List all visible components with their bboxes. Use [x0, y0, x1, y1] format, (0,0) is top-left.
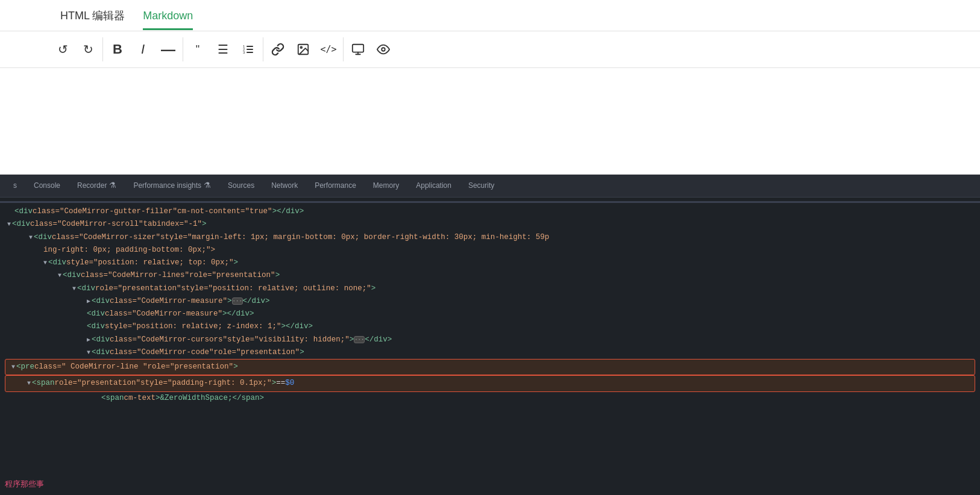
- editor-content[interactable]: [0, 68, 980, 164]
- devtools-tab-performance-insights[interactable]: Performance insights ⚗: [125, 175, 219, 197]
- devtools-tab-application[interactable]: Application: [407, 175, 460, 197]
- image-button[interactable]: [295, 41, 312, 58]
- code-line-1: <div class="CodeMirror-gutter-filler" cm…: [0, 205, 980, 218]
- code-line-12: ▼ <div class="CodeMirror-code" role="pre…: [0, 346, 980, 359]
- devtools-tab-console[interactable]: Console: [25, 175, 69, 197]
- devtools-tab-sources[interactable]: Sources: [219, 175, 263, 197]
- svg-rect-2: [247, 52, 253, 53]
- expand-triangle-5[interactable]: ▼: [43, 258, 47, 268]
- redo-button[interactable]: ↻: [80, 41, 96, 58]
- editor-toolbar: ↺ ↻ B I — " ☰ 1 2 3: [0, 31, 980, 68]
- svg-rect-0: [247, 46, 253, 47]
- devtools-panel: s Console Recorder ⚗ Performance insight…: [0, 175, 980, 495]
- code-line-7: ▼ <div role="presentation" style="positi…: [0, 282, 980, 295]
- code-line-2: ▼ <div class="CodeMirror-scroll" tabinde…: [0, 218, 980, 231]
- bold-button[interactable]: B: [109, 41, 126, 58]
- svg-rect-1: [247, 49, 253, 50]
- devtools-tab-security[interactable]: Security: [460, 175, 503, 197]
- code-line-3: ▼ <div class="CodeMirror-sizer" style="m…: [0, 231, 980, 244]
- svg-point-7: [300, 46, 302, 48]
- devtools-tab-network[interactable]: Network: [263, 175, 306, 197]
- expand-triangle-7[interactable]: ▼: [72, 284, 76, 294]
- devtools-tab-performance[interactable]: Performance: [306, 175, 365, 197]
- toolbar-group-history: ↺ ↻: [48, 37, 103, 61]
- expand-triangle-8[interactable]: ▶: [87, 296, 90, 307]
- strikethrough-button[interactable]: —: [160, 41, 177, 58]
- expand-triangle-3[interactable]: ▼: [29, 232, 33, 243]
- recorder-icon: ⚗: [109, 181, 116, 190]
- code-line-14-highlighted: ▼ <span role="presentation" style="paddi…: [5, 375, 975, 391]
- desktop-view-button[interactable]: [350, 41, 366, 58]
- code-line-13-highlighted: ▼ <pre class=" CodeMirror-line " role="p…: [5, 359, 975, 375]
- blockquote-button[interactable]: ": [189, 41, 206, 58]
- devtools-tabs-bar: s Console Recorder ⚗ Performance insight…: [0, 175, 980, 198]
- undo-button[interactable]: ↺: [54, 41, 71, 58]
- expand-triangle-14[interactable]: ▼: [27, 378, 31, 388]
- code-viewer: <div class="CodeMirror-gutter-filler" cm…: [0, 198, 980, 495]
- toolbar-group-insert: </>: [263, 37, 344, 61]
- tab-markdown[interactable]: Markdown: [143, 10, 193, 30]
- svg-text:3: 3: [243, 51, 245, 54]
- tab-html-editor[interactable]: HTML 编辑器: [60, 8, 125, 31]
- code-line-8: ▶ <div class="CodeMirror-measure">···</d…: [0, 295, 980, 308]
- svg-rect-8: [353, 45, 363, 52]
- expand-triangle-11[interactable]: ▶: [87, 335, 90, 345]
- code-line-5: ▼ <div style="position: relative; top: 0…: [0, 257, 980, 269]
- expand-triangle-6[interactable]: ▼: [58, 270, 61, 281]
- ordered-list-button[interactable]: 1 2 3: [240, 41, 257, 58]
- toolbar-group-format: B I —: [103, 37, 183, 61]
- watermark: 程序那些事: [5, 478, 44, 491]
- editor-tabs: HTML 编辑器 Markdown: [0, 0, 980, 31]
- code-line-4: ing-right: 0px; padding-bottom: 0px;">: [0, 244, 980, 257]
- toolbar-group-view: [344, 37, 398, 61]
- link-button[interactable]: [269, 41, 286, 58]
- toolbar-group-blocks: " ☰ 1 2 3: [183, 37, 263, 61]
- code-line-9: <div class="CodeMirror-measure"></div>: [0, 308, 980, 320]
- italic-button[interactable]: I: [134, 41, 151, 58]
- unordered-list-button[interactable]: ☰: [215, 41, 231, 58]
- expand-triangle-12[interactable]: ▼: [87, 347, 90, 358]
- editor-area: HTML 编辑器 Markdown ↺ ↻ B I — " ☰ 1 2: [0, 0, 980, 175]
- code-line-10: <div style="position: relative; z-index:…: [0, 320, 980, 333]
- expand-triangle-2[interactable]: ▼: [7, 219, 11, 229]
- devtools-tab-s[interactable]: s: [5, 175, 25, 197]
- devtools-tab-memory[interactable]: Memory: [365, 175, 407, 197]
- preview-button[interactable]: [375, 41, 392, 58]
- code-line-6: ▼ <div class="CodeMirror-lines" role="pr…: [0, 269, 980, 282]
- performance-insights-icon: ⚗: [204, 181, 211, 190]
- code-line-11: ▶ <div class="CodeMirror-cursors" style=…: [0, 334, 980, 346]
- code-button[interactable]: </>: [320, 41, 337, 58]
- svg-point-11: [382, 48, 385, 51]
- devtools-tab-recorder[interactable]: Recorder ⚗: [69, 175, 125, 197]
- scrollbar-indicator: [0, 201, 980, 203]
- expand-triangle-13[interactable]: ▼: [11, 362, 15, 372]
- code-line-15: <span cm-text>&ZeroWidthSpace;</span>: [0, 392, 980, 405]
